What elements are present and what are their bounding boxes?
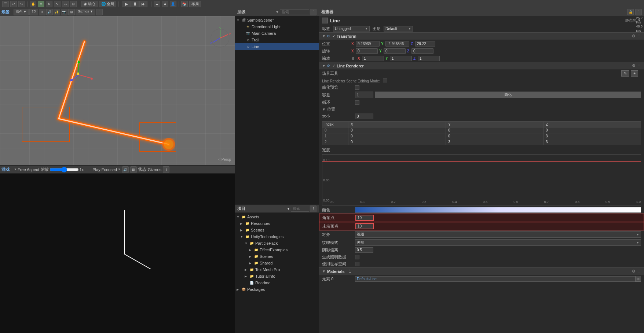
scene-canvas[interactable]: < Persp X Y Z (0, 16, 235, 165)
transform-settings-icon[interactable]: ⚙ (632, 34, 636, 38)
game-tab[interactable]: 游戏 (1, 167, 10, 172)
pos-z-1[interactable] (544, 133, 641, 139)
width-curve[interactable]: 0.10 0.05 0.00 0.0 0.1 0.2 0.3 0.4 0.5 0… (322, 154, 641, 206)
pos-z-input[interactable] (415, 41, 435, 47)
project-more-icon[interactable]: ⋮ (310, 206, 316, 212)
project-item-unitytechnologies[interactable]: ▼ 📁 UnityTechnologies (235, 233, 319, 240)
hand-tool-icon[interactable]: ✋ (30, 1, 36, 7)
lighting-icon[interactable]: ☀ (39, 9, 45, 15)
project-item-particlepack[interactable]: ▼ 📁 ParticlePack (235, 240, 319, 247)
step-button[interactable]: ⏭ (139, 1, 147, 7)
pos-y-input[interactable] (385, 41, 409, 47)
pos-y-1-input[interactable] (448, 134, 541, 138)
project-item-assets[interactable]: ▼ 📁 Assets (235, 214, 319, 220)
hierarchy-item-directionallight[interactable]: ☀ Directional Light (235, 23, 319, 30)
pos-x-input[interactable] (356, 41, 380, 47)
layout-btn[interactable]: 布局 (189, 1, 201, 7)
element0-field[interactable]: Default-Line (355, 276, 635, 282)
simplify-checkbox[interactable] (355, 85, 359, 90)
inspector-lock-icon[interactable]: 🔒 (627, 9, 634, 15)
project-item-tutorialinfo[interactable]: ▶ 📁 TutorialInfo (235, 273, 319, 280)
fx-icon[interactable]: ✨ (54, 9, 60, 15)
scale-y-input[interactable] (390, 56, 412, 61)
scale-z-input[interactable] (418, 56, 440, 61)
project-item-resources[interactable]: ▶ 📁 Resources (235, 220, 319, 227)
pos-z-1-input[interactable] (546, 134, 638, 138)
use-world-space-checkbox[interactable] (355, 262, 359, 266)
tag-dropdown[interactable]: Untagged ▼ (333, 26, 370, 32)
stats-icon[interactable]: ▦ (130, 166, 137, 173)
layers-icon[interactable]: 📚 (181, 1, 188, 7)
rot-y-input[interactable] (384, 48, 406, 54)
project-item-shared[interactable]: ▶ 📁 Shared (235, 260, 319, 266)
gizmos-scene-btn[interactable]: Gizmos ▼ (76, 9, 95, 15)
redo-icon[interactable]: ↪ (18, 1, 25, 7)
play-focused-dropdown[interactable]: Play Focused ▼ (92, 167, 121, 172)
pos-z-2-input[interactable] (546, 140, 638, 144)
materials-more-icon[interactable]: ⋮ (637, 269, 641, 274)
global-btn[interactable]: 🌐 全局 (99, 1, 116, 7)
pos-y-1[interactable] (446, 133, 544, 139)
pos-z-0[interactable] (544, 127, 641, 133)
more-scene-icon[interactable]: ⋮ (96, 9, 103, 15)
alignment-dropdown[interactable]: 视图 ▼ (355, 231, 641, 238)
scene-tab[interactable]: 场景 (1, 10, 10, 15)
2d-button[interactable]: 2D (29, 9, 38, 15)
pos-x-1-input[interactable] (351, 134, 443, 138)
hierarchy-item-samplescene[interactable]: ▼ 🎬 SampleScene* (235, 17, 319, 23)
hierarchy-item-trail[interactable]: ◇ Trail (235, 37, 319, 43)
grid-icon[interactable]: ⊞ (68, 9, 75, 15)
project-item-packages[interactable]: ▶ 📦 Packages (235, 286, 319, 293)
line-renderer-header[interactable]: ▼ ⟳ ✓ Line Renderer ⚙ ⋮ (319, 62, 644, 70)
simplify-btn[interactable]: 简化 (375, 92, 641, 98)
tolerance-input[interactable] (355, 92, 373, 98)
project-item-textmeshpro[interactable]: ▶ 📁 TextMesh Pro (235, 266, 319, 273)
audio-game-icon[interactable]: 🔊 (122, 166, 129, 173)
gizmos-game-label[interactable]: Gizmos (148, 167, 161, 172)
transform-tool-icon[interactable]: ⊞ (70, 1, 77, 7)
scale-tool-icon[interactable]: ⤡ (54, 1, 61, 7)
pos-z-0-input[interactable] (546, 128, 638, 132)
services-icon[interactable]: ♟ (162, 1, 168, 7)
project-item-readme[interactable]: 📄 Readme (235, 280, 319, 286)
shadow-bias-input[interactable] (355, 247, 373, 253)
rect-tool-icon[interactable]: ▭ (62, 1, 69, 7)
game-canvas[interactable] (0, 174, 235, 333)
hierarchy-item-maincamera[interactable]: 📷 Main Camera (235, 30, 319, 37)
inspector-more-icon[interactable]: ⋮ (635, 9, 642, 15)
shading-dropdown[interactable]: 着色 ▼ (14, 9, 29, 15)
pause-button[interactable]: ⏸ (131, 1, 139, 7)
pos-y-0[interactable] (446, 127, 544, 133)
pos-y-2[interactable] (446, 139, 544, 145)
project-search[interactable] (291, 206, 309, 212)
edit-points-btn[interactable]: ✎ (621, 70, 629, 77)
size-input[interactable] (355, 114, 373, 119)
more-game-icon[interactable]: ⋮ (163, 166, 169, 173)
corner-vertices-input[interactable] (355, 215, 374, 221)
editing-mode-checkbox[interactable] (383, 78, 387, 82)
pos-x-0[interactable] (348, 127, 446, 133)
rot-z-input[interactable] (411, 48, 433, 54)
texture-mode-dropdown[interactable]: 伸展 ▼ (355, 239, 641, 246)
loop-checkbox[interactable] (355, 100, 359, 105)
lr-settings-icon[interactable]: ⚙ (632, 63, 636, 68)
element0-select-btn[interactable]: ◎ (635, 276, 641, 282)
generate-lighting-checkbox[interactable] (355, 255, 359, 259)
audio-icon[interactable]: 🔊 (46, 9, 53, 15)
aspect-dropdown[interactable]: ▼ Free Aspect (14, 167, 39, 172)
pos-x-2[interactable] (348, 139, 446, 145)
hierarchy-search[interactable] (280, 9, 309, 15)
rot-x-input[interactable] (356, 48, 378, 54)
color-field[interactable] (355, 207, 641, 213)
project-item-scenes2[interactable]: ▶ 📁 Scenes (235, 253, 319, 260)
transform-more-icon[interactable]: ⋮ (637, 34, 641, 38)
project-item-effectexamples[interactable]: ▶ 📁 EffectExamples (235, 247, 319, 253)
transform-header[interactable]: ▼ ⟳ ✓ Transform ⚙ ⋮ (319, 32, 644, 40)
add-point-btn[interactable]: + (631, 70, 638, 77)
rotate-tool-icon[interactable]: ↻ (46, 1, 52, 7)
zoom-slider[interactable] (50, 168, 79, 171)
pos-y-0-input[interactable] (448, 128, 541, 132)
pivot-btn[interactable]: ◉ 轴心 (81, 1, 98, 7)
account-icon[interactable]: 👤 (170, 1, 176, 7)
pos-y-2-input[interactable] (448, 140, 541, 144)
